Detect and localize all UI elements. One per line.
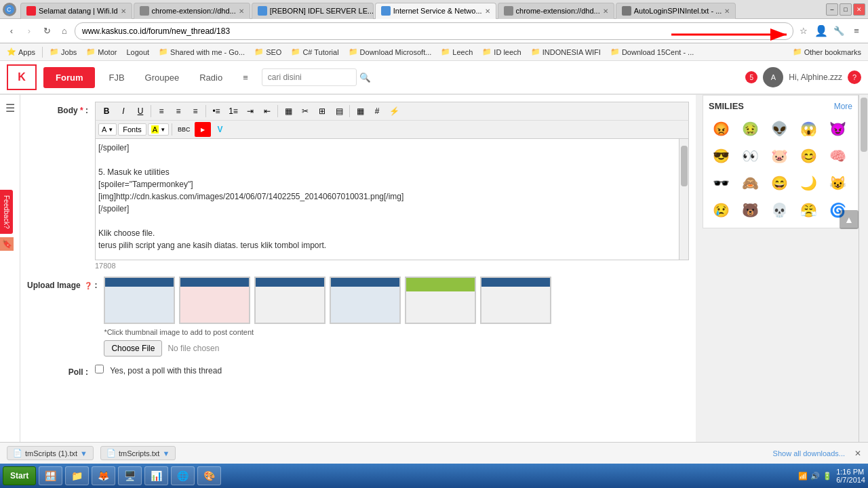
smiley-grin[interactable]: 😄 — [767, 171, 791, 195]
tab-close-0[interactable]: ✕ — [121, 7, 126, 15]
underline-button[interactable]: U — [132, 104, 149, 119]
bookmark-download-15[interactable]: 📁 Download 15Cent - ... — [606, 46, 698, 58]
special-button[interactable]: ⚡ — [386, 104, 402, 119]
thumbnail-3[interactable] — [254, 277, 326, 324]
bold-button[interactable]: B — [98, 104, 115, 119]
smiley-happy[interactable]: 😊 — [797, 144, 821, 168]
tab-2[interactable]: [REBORN] IDFL SERVER LE... ✕ — [252, 3, 374, 19]
bookmark-csharp[interactable]: 📁 C# Tutorial — [287, 46, 342, 58]
taskbar-app-5[interactable]: 📊 — [144, 466, 168, 485]
bookmark-jobs[interactable]: 📁 Jobs — [45, 46, 81, 58]
taskbar-app-6[interactable]: 🌐 — [171, 466, 195, 485]
insert-button-3[interactable]: ⊞ — [314, 104, 330, 119]
smiley-devil[interactable]: 😈 — [826, 117, 850, 141]
smiley-alien[interactable]: 👽 — [767, 117, 791, 141]
nav-more-button[interactable]: ≡ — [236, 67, 255, 88]
bullet-list-button[interactable]: •≡ — [208, 104, 224, 119]
hamburger-icon[interactable]: ☰ — [5, 102, 15, 115]
smiley-moon[interactable]: 🌙 — [797, 171, 821, 195]
vimeo-button[interactable]: V — [212, 122, 229, 137]
bookmark-motor[interactable]: 📁 Motor — [82, 46, 121, 58]
smilies-more-link[interactable]: More — [834, 102, 852, 111]
smiley-brain[interactable]: 🧠 — [826, 144, 850, 168]
taskbar-app-2[interactable]: 📁 — [65, 466, 89, 485]
smiley-pig[interactable]: 🐷 — [767, 144, 791, 168]
download-item-2[interactable]: 📄 tmScripts.txt ▼ — [100, 446, 176, 460]
ordered-list-button[interactable]: 1≡ — [225, 104, 241, 119]
nav-link-radio[interactable]: Radio — [193, 67, 229, 88]
nav-link-groupee[interactable]: Groupee — [138, 67, 186, 88]
italic-button[interactable]: I — [115, 104, 132, 119]
insert-button-2[interactable]: ✂ — [297, 104, 313, 119]
indent-button[interactable]: ⇥ — [242, 104, 258, 119]
home-button[interactable]: ⌂ — [57, 24, 72, 39]
bookmark-leech[interactable]: 📁 Leech — [437, 46, 477, 58]
table-button[interactable]: ▦ — [352, 104, 368, 119]
smiley-angry[interactable]: 😡 — [709, 117, 733, 141]
tab-close-5[interactable]: ✕ — [724, 7, 730, 15]
tab-close-4[interactable]: ✕ — [603, 7, 608, 15]
tab-1[interactable]: chrome-extension://dhd... ✕ — [134, 3, 250, 19]
close-button[interactable]: ✕ — [853, 3, 865, 16]
user-avatar[interactable]: A — [763, 67, 783, 87]
scroll-to-top-button[interactable]: ▲ — [840, 210, 859, 229]
smiley-bear[interactable]: 🐻 — [738, 198, 762, 222]
site-logo[interactable]: K — [7, 64, 37, 90]
tab-0[interactable]: Selamat datang | Wifi.Id ✕ — [20, 3, 132, 19]
notification-badge[interactable]: 5 — [745, 71, 757, 83]
taskbar-app-1[interactable]: 🪟 — [39, 466, 62, 485]
download-bar-close[interactable]: ✕ — [854, 449, 861, 458]
smiley-eyes[interactable]: 👀 — [738, 144, 762, 168]
nav-link-fjb[interactable]: FJB — [102, 67, 131, 88]
bookmark-apps[interactable]: ⭐ Apps — [3, 46, 39, 58]
feedback-tab[interactable]: Feedback? — [0, 190, 13, 234]
youtube-button[interactable]: ▶ — [195, 122, 211, 137]
menu-button[interactable]: ≡ — [849, 24, 864, 39]
bookmark-shared[interactable]: 📁 Shared with me - Go... — [155, 46, 249, 58]
bookmark-other[interactable]: 📁 Other bookmarks — [789, 46, 865, 58]
smiley-sick[interactable]: 🤢 — [738, 117, 762, 141]
forum-nav-button[interactable]: Forum — [43, 67, 95, 88]
editor-content[interactable]: [/spoiler] 5. Masuk ke utilities [spoile… — [98, 142, 686, 251]
taskbar-app-3[interactable]: 🦊 — [92, 466, 115, 485]
search-input[interactable] — [262, 68, 357, 86]
align-left-button[interactable]: ≡ — [153, 104, 170, 119]
taskbar-app-7[interactable]: 🎨 — [197, 466, 221, 485]
start-button[interactable]: Start — [3, 466, 36, 485]
smiley-cool[interactable]: 😎 — [709, 144, 733, 168]
thumbnail-6[interactable] — [480, 277, 551, 324]
bookmark-logout[interactable]: Logout — [122, 47, 153, 58]
fonts-button[interactable]: Fonts — [118, 123, 146, 136]
extensions-button[interactable]: 🔧 — [831, 24, 846, 39]
back-button[interactable]: ‹ — [4, 24, 19, 39]
minimize-button[interactable]: – — [826, 3, 838, 16]
hash-button[interactable]: # — [369, 104, 385, 119]
editor-scrollbar[interactable] — [679, 139, 688, 260]
maximize-button[interactable]: □ — [840, 3, 852, 16]
smiley-scared[interactable]: 😱 — [797, 117, 821, 141]
thumbnail-1[interactable] — [104, 277, 175, 324]
refresh-button[interactable]: ↻ — [39, 24, 54, 39]
bookmark-download-ms[interactable]: 📁 Download Microsoft... — [344, 46, 436, 58]
side-save-icon[interactable]: 🔖 — [0, 237, 14, 251]
download-item-1[interactable]: 📄 tmScripts (1).txt ▼ — [7, 446, 94, 460]
thumbnail-4[interactable] — [330, 277, 401, 324]
smiley-skull[interactable]: 💀 — [767, 198, 791, 222]
insert-button-4[interactable]: ▤ — [331, 104, 347, 119]
font-color-button[interactable]: A ▼ — [98, 123, 117, 136]
smiley-cat[interactable]: 😺 — [826, 171, 850, 195]
thumbnail-5[interactable] — [405, 277, 476, 324]
align-right-button[interactable]: ≡ — [187, 104, 203, 119]
bg-color-button[interactable]: A ▼ — [148, 123, 169, 136]
bookmark-id-leech[interactable]: 📁 ID leech — [478, 46, 525, 58]
help-button[interactable]: ? — [848, 70, 861, 84]
tab-4[interactable]: chrome-extension://dhd... ✕ — [498, 3, 614, 19]
smiley-monkey[interactable]: 🙈 — [738, 171, 762, 195]
search-button[interactable]: 🔍 — [357, 70, 374, 85]
bbcode-button[interactable]: BBC — [175, 122, 193, 137]
choose-file-button[interactable]: Choose File — [104, 340, 162, 357]
tab-close-1[interactable]: ✕ — [239, 7, 244, 15]
smiley-sad[interactable]: 😢 — [709, 198, 733, 222]
bookmark-seo[interactable]: 📁 SEO — [250, 46, 285, 58]
align-center-button[interactable]: ≡ — [170, 104, 186, 119]
